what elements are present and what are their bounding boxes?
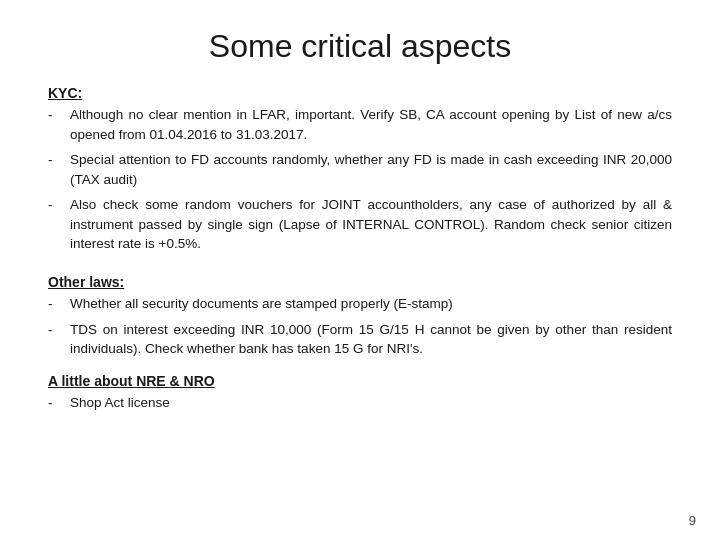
other-laws-bullet-1: Whether all security documents are stamp… (70, 294, 672, 314)
list-item: - Special attention to FD accounts rando… (48, 150, 672, 189)
bullet-dash-2: - (48, 150, 66, 170)
bullet-dash-3: - (48, 195, 66, 215)
kyc-bullet-1: Although no clear mention in LFAR, impor… (70, 105, 672, 144)
other-laws-section: Other laws: - Whether all security docum… (48, 274, 672, 373)
bullet-dash-1: - (48, 105, 66, 125)
kyc-section: KYC: - Although no clear mention in LFAR… (48, 85, 672, 268)
list-item: - Shop Act license (48, 393, 672, 413)
list-item: - Also check some random vouchers for JO… (48, 195, 672, 254)
nre-nro-label: A little about NRE & NRO (48, 373, 672, 389)
list-item: - Although no clear mention in LFAR, imp… (48, 105, 672, 144)
slide-title: Some critical aspects (48, 28, 672, 65)
nre-nro-bullet-list: - Shop Act license (48, 393, 672, 413)
other-laws-bullet-2: TDS on interest exceeding INR 10,000 (Fo… (70, 320, 672, 359)
kyc-label: KYC: (48, 85, 672, 101)
nre-nro-bullet-1: Shop Act license (70, 393, 672, 413)
bullet-dash-5: - (48, 320, 66, 340)
list-item: - Whether all security documents are sta… (48, 294, 672, 314)
other-laws-label: Other laws: (48, 274, 672, 290)
bullet-dash-6: - (48, 393, 66, 413)
kyc-bullet-3: Also check some random vouchers for JOIN… (70, 195, 672, 254)
kyc-bullet-2: Special attention to FD accounts randoml… (70, 150, 672, 189)
kyc-bullet-list: - Although no clear mention in LFAR, imp… (48, 105, 672, 254)
nre-nro-section: A little about NRE & NRO - Shop Act lice… (48, 373, 672, 427)
page-number: 9 (689, 513, 696, 528)
bullet-dash-4: - (48, 294, 66, 314)
other-laws-bullet-list: - Whether all security documents are sta… (48, 294, 672, 359)
list-item: - TDS on interest exceeding INR 10,000 (… (48, 320, 672, 359)
slide-container: Some critical aspects KYC: - Although no… (0, 0, 720, 540)
